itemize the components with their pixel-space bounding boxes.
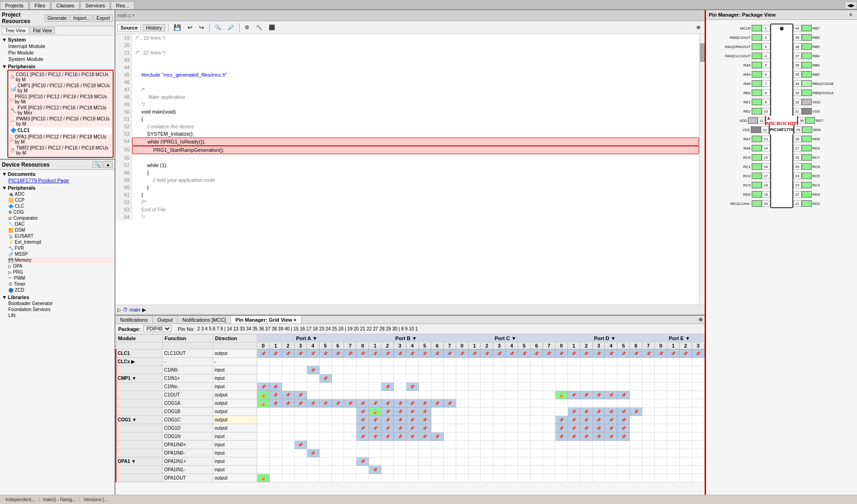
pin-cell[interactable]: 📌 <box>282 399 294 408</box>
toolbar-btn-2[interactable]: ↩ <box>185 23 195 32</box>
pin-cell[interactable]: 🔒 <box>369 408 381 416</box>
pin-cell[interactable]: 📌 <box>282 391 294 399</box>
pin-cell[interactable]: 🔒 <box>555 391 567 399</box>
left-pin-box-1[interactable] <box>752 25 762 31</box>
pin-cell[interactable]: 📌 <box>493 349 506 358</box>
pin-cell[interactable]: 📌 <box>617 408 630 416</box>
toolbar-btn-6[interactable]: ⚙ <box>242 24 252 31</box>
right-pin-box-36[interactable] <box>802 62 812 68</box>
right-pin-box-34[interactable] <box>802 80 812 87</box>
left-pin-box-8[interactable] <box>752 90 762 96</box>
pin-cell[interactable]: 📌 <box>418 399 431 408</box>
tab-notifications[interactable]: Notifications <box>115 316 153 324</box>
pin-cell[interactable]: 📌 <box>356 424 369 432</box>
pin-cell[interactable]: 📌 <box>431 349 443 358</box>
tab-pin-grid[interactable]: Pin Manager: Grid View × <box>231 316 302 324</box>
pin-cell[interactable]: 📌 <box>394 408 406 416</box>
pin-cell[interactable]: 📌 <box>456 349 468 358</box>
peripherals-group[interactable]: ▼ Peripherals <box>1 63 114 70</box>
pin-cell[interactable]: 📌 <box>630 349 642 358</box>
left-pin-box-10[interactable] <box>752 108 762 114</box>
device-peripheral-fvr[interactable]: 🔧FVR <box>7 245 114 251</box>
right-pin-box-21[interactable] <box>802 200 812 207</box>
pin-cell[interactable]: 📌 <box>617 416 630 424</box>
pin-cell[interactable]: 📌 <box>257 349 270 358</box>
device-peripheral-clc[interactable]: 🔷CLC <box>7 203 114 209</box>
pin-cell[interactable]: 📌 <box>270 399 282 408</box>
pin-cell[interactable]: 📌 <box>369 466 381 474</box>
pin-cell[interactable]: 📌 <box>617 349 630 358</box>
pin-cell[interactable]: 📌 <box>617 432 630 441</box>
pin-cell[interactable]: 📌 <box>356 399 369 408</box>
pin-cell[interactable]: 📌 <box>531 349 543 358</box>
pin-cell[interactable]: 📌 <box>567 349 580 358</box>
pin-cell[interactable]: 📌 <box>443 399 456 408</box>
pin-cell[interactable]: 📌 <box>630 408 642 416</box>
pin-cell[interactable]: 📌 <box>381 424 394 432</box>
device-peripheral-mssp[interactable]: 🔗MSSP <box>7 251 114 257</box>
pin-cell[interactable]: 📌 <box>307 366 319 374</box>
pin-cell[interactable]: 📌 <box>381 383 394 391</box>
system-module[interactable]: System Module <box>7 56 114 62</box>
right-pin-box-29[interactable] <box>802 126 812 133</box>
pin-cell[interactable]: 📌 <box>294 441 307 449</box>
pin-cell[interactable]: 📌 <box>592 432 605 441</box>
pin-cell[interactable]: 📌 <box>406 424 418 432</box>
pin-cell[interactable]: 📌 <box>406 408 418 416</box>
right-pin-box-24[interactable] <box>802 173 812 179</box>
tab-files[interactable]: Files <box>30 1 50 9</box>
pin-cell[interactable]: 📌 <box>655 349 667 358</box>
left-pin-box-14[interactable] <box>752 145 762 151</box>
pin-cell[interactable]: 📌 <box>481 349 493 358</box>
tab-classes[interactable]: Classes <box>51 1 79 9</box>
pin-cell[interactable]: 📌 <box>394 424 406 432</box>
pin-cell[interactable]: 📌 <box>567 416 580 424</box>
right-pin-box-37[interactable] <box>802 53 812 59</box>
pin-cell[interactable]: 📌 <box>567 424 580 432</box>
pin-cell[interactable]: 📌 <box>418 416 431 424</box>
pin-cell[interactable]: 📌 <box>319 374 332 383</box>
pin-cell[interactable]: 📌 <box>555 349 567 358</box>
pin-cell[interactable]: 📌 <box>580 408 592 416</box>
pin-cell[interactable]: 📌 <box>418 349 431 358</box>
left-pin-box-13[interactable] <box>752 136 762 142</box>
device-resources-collapse[interactable]: ▲ <box>103 161 113 168</box>
opa1-item[interactable]: ▷ OPA1 [PIC10 / PIC12 / PIC16 / PIC18 MC… <box>9 134 112 145</box>
left-pin-box-16[interactable] <box>752 163 762 170</box>
cmp1-item[interactable]: 📊 CMP1 [PIC10 / PIC12 / PIC16 / PIC18 MC… <box>9 83 112 94</box>
pin-cell[interactable]: 📌 <box>406 349 418 358</box>
pin-cell[interactable]: 📌 <box>369 424 381 432</box>
left-pin-box-5[interactable] <box>752 62 762 68</box>
device-peripheral-cog[interactable]: ⚙COG <box>7 209 114 215</box>
pin-cell[interactable]: 📌 <box>406 399 418 408</box>
left-pin-box-12[interactable] <box>751 126 761 133</box>
device-peripheral-dsm[interactable]: 📶DSM <box>7 227 114 233</box>
pin-cell[interactable]: 📌 <box>567 432 580 441</box>
clc1-item[interactable]: 🔷 CLC1 <box>9 127 112 134</box>
pin-cell[interactable]: 📌 <box>307 449 319 457</box>
right-pin-box-33[interactable] <box>802 90 812 96</box>
toolbar-btn-7[interactable]: 🔨 <box>253 24 265 31</box>
left-pin-box-7[interactable] <box>752 80 762 87</box>
pin-cell[interactable]: 📌 <box>580 432 592 441</box>
device-peripheral-prg[interactable]: ▷PRG <box>7 269 114 275</box>
pin-cell[interactable]: 📌 <box>381 408 394 416</box>
right-pin-box-22[interactable] <box>802 191 812 198</box>
pin-cell[interactable]: 📌 <box>319 349 332 358</box>
device-peripheral-adc[interactable]: 🔌ADC <box>7 191 114 197</box>
pin-grid-scroll[interactable]: Module Function Direction Port A ▼ Port … <box>115 334 705 495</box>
pin-cell[interactable]: 📌 <box>356 349 369 358</box>
device-peripheral-zcd[interactable]: 🔵ZCD <box>7 287 114 293</box>
right-pin-box-39[interactable] <box>802 34 812 41</box>
tmr2-item[interactable]: ⏱ TMR2 [PIC10 / PIC12 / PIC16 / PIC18 MC… <box>9 145 112 156</box>
source-btn[interactable]: Source <box>117 24 141 31</box>
tab-projects[interactable]: Projects <box>0 1 29 9</box>
left-pin-box-9[interactable] <box>752 99 762 105</box>
pin-cell[interactable]: 📌 <box>555 432 567 441</box>
pin-cell[interactable]: 📌 <box>605 424 617 432</box>
pin-cell[interactable]: 📌 <box>394 349 406 358</box>
prg1-item[interactable]: ▷ PRG1 [PIC10 / PIC12 / PIC16 / PIC18 MC… <box>9 94 112 105</box>
left-pin-box-15[interactable] <box>752 154 762 161</box>
pin-cell[interactable]: 📌 <box>592 349 605 358</box>
pwm3-item[interactable]: 〰 PWM3 [PIC10 / PIC12 / PIC16 / PIC18 MC… <box>9 116 112 127</box>
